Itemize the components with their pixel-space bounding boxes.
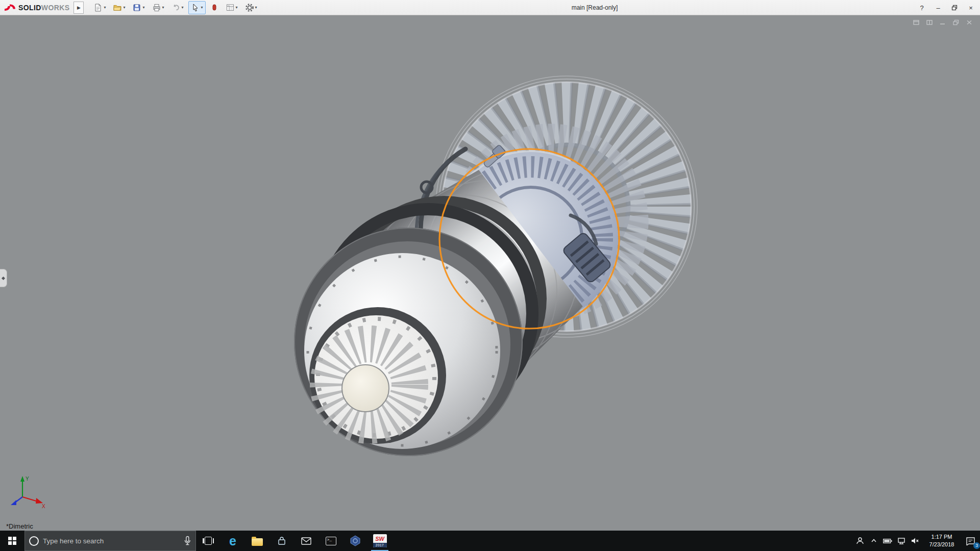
file-explorer-icon <box>252 538 263 546</box>
save-button[interactable]: ▾ <box>130 1 147 14</box>
triad-x-label: X <box>42 504 45 509</box>
doc-tile-window-button[interactable] <box>925 19 934 26</box>
window-controls: ? – × <box>914 0 979 15</box>
system-tray: 1:17 PM 7/23/2018 3 <box>853 531 980 551</box>
task-view-icon <box>203 537 214 545</box>
engine-3d-model[interactable] <box>0 15 980 531</box>
clock-date: 7/23/2018 <box>929 541 954 548</box>
tile-window-icon <box>926 19 933 26</box>
taskbar: e >_ SW <box>0 531 980 551</box>
clock-time: 1:17 PM <box>932 533 952 541</box>
store-button[interactable] <box>270 531 294 551</box>
command-prompt-button[interactable]: >_ <box>318 531 343 551</box>
battery-icon <box>883 538 892 544</box>
featuremanager-collapsed-tab[interactable] <box>0 269 7 287</box>
solidworks-window: SOLIDWORKS ▶ ▾ ▾ <box>0 0 980 551</box>
doc-close-icon <box>966 19 973 26</box>
solidworks-2017-button[interactable]: SW 2017 <box>368 531 392 551</box>
fm-tab-diamond-icon <box>2 276 5 280</box>
cortana-icon <box>29 536 39 546</box>
task-view-button[interactable] <box>196 531 220 551</box>
new-document-icon <box>93 3 103 12</box>
solidworks-logo: SOLIDWORKS <box>0 0 74 15</box>
volume-button[interactable] <box>908 531 922 551</box>
form-editor-button[interactable]: ▾ <box>223 1 240 14</box>
triad-y-label: Y <box>26 476 29 482</box>
print-icon <box>152 3 161 12</box>
document-title: main [Read-only] <box>572 4 618 11</box>
restore-icon <box>951 5 958 11</box>
open-button[interactable]: ▾ <box>110 1 128 14</box>
doc-minimize-icon <box>939 19 946 26</box>
edge-button[interactable]: e <box>220 531 245 551</box>
speaker-icon <box>911 537 919 545</box>
edge-icon: e <box>229 535 236 547</box>
solidworks-2017-icon: SW 2017 <box>373 534 387 547</box>
select-tool-button[interactable]: ▾ <box>188 1 206 14</box>
doc-new-window-button[interactable] <box>912 19 921 26</box>
mail-button[interactable] <box>294 531 318 551</box>
new-window-icon <box>913 19 920 26</box>
store-bag-icon <box>277 536 286 546</box>
windows-logo-icon <box>8 537 16 545</box>
print-button[interactable]: ▾ <box>150 1 167 14</box>
show-hidden-icons-button[interactable] <box>867 531 880 551</box>
open-folder-icon <box>113 3 122 12</box>
standard-toolbar: ▾ ▾ ▾ <box>91 1 259 14</box>
undo-arrow-icon <box>172 3 181 12</box>
doc-restore-icon <box>952 19 960 26</box>
help-button[interactable]: ? <box>914 0 930 15</box>
network-button[interactable] <box>894 531 908 551</box>
mail-envelope-icon <box>301 537 311 545</box>
start-button[interactable] <box>0 531 24 551</box>
graphics-viewport[interactable]: Y X *Dimetric <box>0 15 980 531</box>
search-input[interactable] <box>43 537 179 545</box>
settings-button[interactable]: ▾ <box>242 1 260 14</box>
view-orientation-label: *Dimetric <box>6 522 33 530</box>
restore-button[interactable] <box>946 0 963 15</box>
undo-button[interactable]: ▾ <box>169 1 186 14</box>
appearance-button[interactable] <box>208 1 221 14</box>
doc-restore-button[interactable] <box>951 19 961 26</box>
gear-icon <box>245 3 254 12</box>
title-bar: SOLIDWORKS ▶ ▾ ▾ <box>0 0 980 15</box>
appearance-icon <box>210 3 218 12</box>
ds-logo-icon <box>3 3 16 12</box>
close-button[interactable]: × <box>963 0 979 15</box>
new-document-button[interactable]: ▾ <box>91 1 108 14</box>
form-editor-icon <box>226 3 235 12</box>
doc-close-button[interactable] <box>965 19 974 26</box>
taskbar-search[interactable] <box>24 531 196 551</box>
toolbar-flyout-button[interactable]: ▶ <box>74 2 84 14</box>
file-explorer-button[interactable] <box>245 531 270 551</box>
save-floppy-icon <box>132 3 141 12</box>
ethernet-icon <box>897 537 905 545</box>
hexagon-app-button[interactable] <box>343 531 368 551</box>
document-window-controls <box>912 19 974 26</box>
person-icon <box>856 537 864 545</box>
orientation-triad: Y X <box>7 472 50 515</box>
solidworks-wordmark: SOLIDWORKS <box>18 4 69 12</box>
notification-badge: 3 <box>973 542 980 549</box>
hexagon-app-icon <box>350 535 360 546</box>
doc-minimize-button[interactable] <box>938 19 947 26</box>
action-center-button[interactable]: 3 <box>962 531 980 551</box>
minimize-button[interactable]: – <box>930 0 946 15</box>
front-nozzle-assembly <box>294 228 523 456</box>
taskbar-clock[interactable]: 1:17 PM 7/23/2018 <box>922 531 962 551</box>
command-prompt-icon: >_ <box>326 537 336 545</box>
battery-button[interactable] <box>880 531 894 551</box>
chevron-up-icon <box>870 537 877 544</box>
select-cursor-icon <box>191 3 200 12</box>
microphone-icon[interactable] <box>183 536 191 546</box>
people-button[interactable] <box>853 531 867 551</box>
